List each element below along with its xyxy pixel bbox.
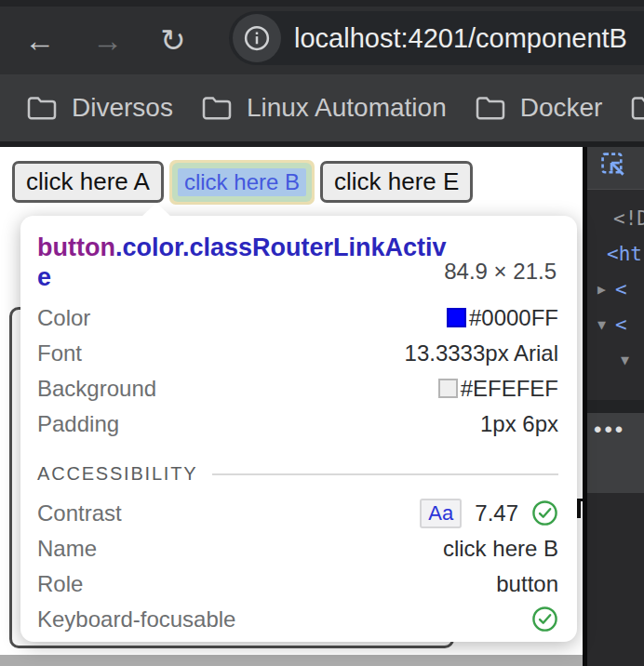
folder-icon — [630, 95, 644, 121]
tooltip-header: button.color.classRouterLinkActive 84.9 … — [37, 233, 558, 293]
element-dimensions: 84.9 × 21.5 — [444, 259, 557, 285]
element-selector: button.color.classRouterLinkActive — [37, 233, 447, 293]
window-top-edge — [0, 0, 644, 7]
style-row-color: Color #0000FF — [37, 300, 558, 336]
contrast-value-group: Aa 7.47 — [420, 499, 558, 528]
selector-tag: button — [37, 233, 115, 261]
accessibility-row-contrast: Contrast Aa 7.47 — [37, 496, 558, 531]
click-here-a-button[interactable]: click here A — [12, 161, 164, 203]
browser-toolbar: ← → ↻ localhost:4201/componentB — [0, 0, 644, 74]
style-row-font: Font 13.3333px Arial — [37, 336, 558, 371]
font-value: 13.3333px Arial — [405, 340, 558, 366]
bookmark-folder-linux-automation[interactable]: Linux Automation — [201, 93, 447, 123]
info-icon — [243, 24, 271, 52]
tree-node-text: <ht — [607, 243, 642, 265]
click-here-e-button[interactable]: click here E — [320, 161, 473, 203]
tree-node-html[interactable]: <ht — [587, 236, 644, 272]
style-row-background: Background #EFEFEF — [37, 371, 558, 406]
accessibility-row-keyboard: Keyboard-focusable — [37, 602, 558, 637]
contrast-ratio: 7.47 — [475, 500, 518, 526]
tree-node-text: < — [615, 313, 627, 336]
inspect-element-icon[interactable] — [599, 151, 628, 180]
inspect-tooltip: button.color.classRouterLinkActive 84.9 … — [20, 216, 577, 642]
tree-node-text: < — [615, 278, 627, 300]
accessibility-row-role: Role button — [37, 566, 558, 602]
folder-icon — [201, 95, 233, 121]
tree-node-expanded[interactable]: ▼ < — [587, 307, 644, 342]
collapse-arrow-icon[interactable]: ▼ — [621, 352, 629, 368]
padding-value: 1px 6px — [480, 411, 558, 437]
accessibility-heading: ACCESSIBILITY — [37, 460, 558, 488]
row-value: #EFEFEF — [438, 376, 558, 402]
heading-divider — [212, 473, 558, 475]
bookmark-folder-diversos[interactable]: Diversos — [26, 93, 173, 123]
window-bottom-edge — [0, 655, 583, 666]
devtools-panel: <!D <ht ▶ < ▼ < ▼ ••• — [587, 141, 644, 666]
tree-node-collapsed[interactable]: ▶ < — [587, 272, 644, 307]
row-label: Color — [37, 305, 90, 331]
background-value: #EFEFEF — [461, 376, 558, 402]
row-label: Keyboard-focusable — [37, 606, 235, 633]
nav-controls: ← → ↻ — [24, 7, 186, 74]
accessible-name-value: click here B — [443, 536, 558, 562]
overflow-dots-icon[interactable]: ••• — [594, 417, 625, 442]
tree-node-text: <!D — [613, 207, 644, 230]
role-value: button — [496, 571, 558, 597]
folder-icon — [26, 95, 58, 121]
devtools-element-tree: <!D <ht ▶ < ▼ < ▼ — [587, 190, 644, 400]
row-label: Role — [37, 571, 83, 597]
bookmark-folder-docker[interactable]: Docker — [475, 93, 603, 123]
bookmark-label: Diversos — [72, 93, 173, 123]
row-label: Font — [37, 340, 82, 366]
contrast-pass-check-icon — [531, 500, 558, 526]
back-icon[interactable]: ← — [24, 25, 55, 56]
devtools-toolbar — [587, 141, 644, 190]
accessibility-row-name: Name click here B — [37, 531, 558, 566]
keyboard-focusable-check-icon — [531, 606, 558, 633]
row-value: 13.3333px Arial — [405, 340, 558, 366]
color-value: #0000FF — [469, 305, 558, 331]
accessibility-title: ACCESSIBILITY — [37, 463, 197, 485]
tree-node-doctype[interactable]: <!D — [587, 201, 644, 236]
row-label: Contrast — [37, 500, 122, 526]
click-here-b-button-inspected[interactable]: click here B — [178, 168, 306, 196]
keyboard-focusable-value — [531, 606, 558, 633]
content-top-divider — [0, 141, 644, 147]
forward-icon[interactable]: → — [92, 25, 123, 56]
folder-icon — [475, 95, 506, 121]
collapse-arrow-icon[interactable]: ▼ — [597, 316, 606, 333]
url-text[interactable]: localhost:4201/componentB — [294, 23, 627, 54]
row-label: Background — [37, 376, 156, 402]
browser-window: ← → ↻ localhost:4201/componentB Diversos — [0, 0, 644, 666]
expand-arrow-icon[interactable]: ▶ — [597, 281, 606, 298]
tree-node-expanded-nested[interactable]: ▼ — [587, 342, 644, 378]
devtools-section-gap — [587, 400, 644, 413]
button-row: click here A click here B click here E — [12, 161, 473, 203]
bookmarks-bar: Diversos Linux Automation Docker — [0, 74, 644, 141]
row-label: Padding — [37, 411, 119, 437]
row-value: #0000FF — [447, 305, 558, 331]
bookmark-label: Docker — [520, 93, 603, 123]
address-bar[interactable]: localhost:4201/componentB — [229, 11, 644, 65]
bookmark-folder-cutoff[interactable] — [630, 95, 644, 121]
color-swatch — [447, 308, 466, 327]
row-value: 1px 6px — [480, 411, 558, 437]
devtools-bottom-area — [587, 493, 644, 666]
contrast-sample: Aa — [420, 499, 462, 528]
bookmark-label: Linux Automation — [247, 93, 447, 123]
tooltip-caret — [141, 203, 171, 217]
reload-icon[interactable]: ↻ — [160, 25, 186, 56]
style-row-padding: Padding 1px 6px — [37, 406, 558, 442]
background-swatch — [438, 379, 458, 398]
row-label: Name — [37, 536, 97, 562]
site-info-button[interactable] — [233, 14, 281, 62]
devtools-overflow-block[interactable]: ••• — [587, 413, 644, 493]
